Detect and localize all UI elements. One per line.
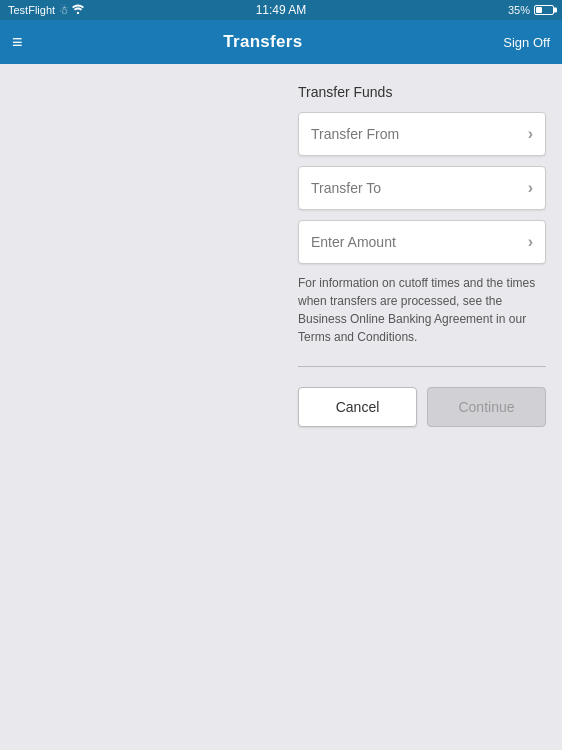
- enter-amount-label: Enter Amount: [311, 234, 396, 250]
- status-bar-right: 35%: [508, 4, 554, 16]
- transfer-to-chevron-icon: ›: [528, 179, 533, 197]
- enter-amount-field[interactable]: Enter Amount ›: [298, 220, 546, 264]
- main-content: Transfer Funds Transfer From › Transfer …: [0, 64, 562, 750]
- svg-point-0: [77, 11, 79, 13]
- form-panel: Transfer Funds Transfer From › Transfer …: [282, 64, 562, 750]
- transfer-from-chevron-icon: ›: [528, 125, 533, 143]
- enter-amount-chevron-icon: ›: [528, 233, 533, 251]
- transfer-from-field[interactable]: Transfer From ›: [298, 112, 546, 156]
- battery-percent: 35%: [508, 4, 530, 16]
- status-bar-left: TestFlight ☃: [8, 4, 84, 17]
- transfer-from-label: Transfer From: [311, 126, 399, 142]
- status-bar-time: 11:49 AM: [256, 3, 307, 17]
- continue-button[interactable]: Continue: [427, 387, 546, 427]
- app-name: TestFlight: [8, 4, 55, 16]
- info-text: For information on cutoff times and the …: [298, 274, 546, 346]
- battery-icon: [534, 5, 554, 15]
- sign-off-button[interactable]: Sign Off: [503, 35, 550, 50]
- wifi-icon: ☃: [59, 4, 84, 17]
- section-title: Transfer Funds: [298, 84, 546, 100]
- status-bar: TestFlight ☃ 11:49 AM 35%: [0, 0, 562, 20]
- button-row: Cancel Continue: [298, 387, 546, 427]
- nav-bar: ≡ Transfers Sign Off: [0, 20, 562, 64]
- page-title: Transfers: [223, 32, 302, 52]
- hamburger-menu-button[interactable]: ≡: [12, 33, 23, 51]
- transfer-to-field[interactable]: Transfer To ›: [298, 166, 546, 210]
- divider: [298, 366, 546, 367]
- cancel-button[interactable]: Cancel: [298, 387, 417, 427]
- transfer-to-label: Transfer To: [311, 180, 381, 196]
